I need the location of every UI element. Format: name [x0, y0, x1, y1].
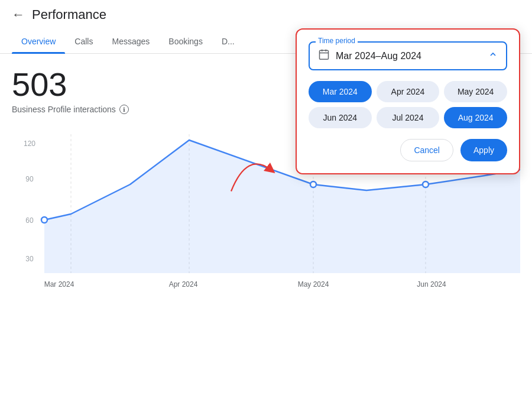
tab-bookings[interactable]: Bookings: [159, 30, 212, 53]
month-jul-2024[interactable]: Jul 2024: [377, 107, 440, 128]
month-apr-2024[interactable]: Apr 2024: [377, 81, 440, 102]
time-period-label: Time period: [316, 37, 358, 45]
calendar-icon: [318, 48, 330, 63]
svg-text:120: 120: [24, 140, 35, 148]
apply-button[interactable]: Apply: [460, 139, 507, 161]
svg-text:Jun 2024: Jun 2024: [417, 280, 446, 288]
action-row: Cancel Apply: [309, 139, 507, 161]
tab-messages[interactable]: Messages: [102, 30, 159, 53]
date-range-text: Mar 2024–Aug 2024: [336, 51, 482, 61]
svg-text:60: 60: [25, 216, 34, 225]
svg-text:90: 90: [25, 175, 34, 183]
back-button[interactable]: ←: [12, 8, 25, 21]
chevron-up-icon: [488, 50, 498, 62]
svg-point-10: [423, 181, 429, 187]
svg-point-9: [310, 181, 316, 187]
time-period-dropdown: Time period Mar 2024–Aug 2024 Mar 2024 A…: [296, 28, 520, 174]
tab-overview[interactable]: Overview: [12, 30, 65, 53]
svg-text:Apr 2024: Apr 2024: [169, 280, 198, 288]
tab-directions[interactable]: D...: [212, 30, 244, 53]
page-title: Performance: [32, 7, 106, 22]
tab-calls[interactable]: Calls: [65, 30, 102, 53]
month-jun-2024[interactable]: Jun 2024: [309, 107, 372, 128]
month-mar-2024[interactable]: Mar 2024: [309, 81, 372, 102]
month-grid: Mar 2024 Apr 2024 May 2024 Jun 2024 Jul …: [309, 81, 507, 128]
time-period-field[interactable]: Time period Mar 2024–Aug 2024: [309, 41, 507, 70]
cancel-button[interactable]: Cancel: [400, 139, 453, 161]
month-aug-2024[interactable]: Aug 2024: [444, 107, 507, 128]
svg-rect-15: [320, 50, 329, 59]
info-icon[interactable]: ℹ: [119, 105, 129, 114]
svg-text:Mar 2024: Mar 2024: [44, 280, 74, 288]
svg-text:May 2024: May 2024: [298, 280, 329, 288]
header: ← Performance: [0, 0, 532, 30]
svg-point-8: [41, 217, 47, 223]
month-may-2024[interactable]: May 2024: [444, 81, 507, 102]
svg-text:30: 30: [25, 255, 34, 263]
